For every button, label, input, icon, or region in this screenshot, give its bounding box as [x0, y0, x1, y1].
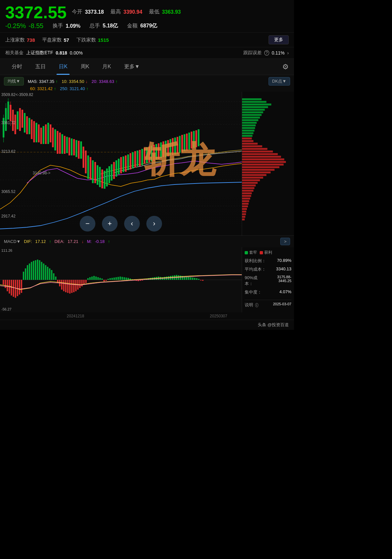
svg-rect-156 [23, 272, 24, 280]
svg-rect-140 [242, 211, 246, 213]
change-val: -8.55 [28, 22, 43, 30]
svg-rect-66 [130, 153, 131, 169]
price-label-mid2: 3213.62 [1, 149, 15, 154]
svg-rect-81 [165, 141, 167, 157]
svg-rect-132 [242, 190, 253, 192]
svg-rect-99 [242, 104, 271, 105]
svg-rect-133 [242, 192, 252, 194]
svg-rect-87 [179, 136, 181, 153]
change-pct: -0.25% [5, 22, 26, 30]
ma60-value: 3321.42 [37, 86, 53, 91]
trap-legend: 套牢 [245, 250, 257, 255]
more-button[interactable]: 更多 [269, 35, 289, 44]
svg-rect-138 [242, 205, 248, 207]
svg-rect-115 [242, 145, 262, 147]
svg-rect-19 [19, 108, 21, 131]
zoom-in-button[interactable]: + [102, 216, 118, 232]
svg-rect-85 [174, 137, 176, 154]
tab-bar: 分时 五日 日K 周K 月K 更多▼ ⚙ [0, 59, 294, 75]
svg-rect-71 [141, 149, 143, 165]
svg-rect-206 [123, 277, 125, 280]
svg-rect-21 [24, 113, 25, 133]
svg-rect-152 [15, 280, 16, 298]
svg-rect-46 [83, 147, 84, 168]
date-label-2: 20250307 [210, 314, 227, 318]
svg-rect-22 [26, 116, 28, 134]
tab-fenshi[interactable]: 分时 [5, 59, 29, 75]
svg-rect-82 [167, 140, 169, 156]
svg-rect-176 [63, 280, 64, 291]
svg-rect-37 [61, 134, 63, 154]
svg-rect-242 [196, 278, 197, 280]
svg-rect-105 [242, 119, 258, 121]
high-value: 3390.94 [123, 9, 142, 15]
svg-rect-185 [81, 280, 83, 286]
tab-more[interactable]: 更多▼ [118, 59, 146, 75]
svg-rect-219 [150, 278, 151, 280]
avg-cost-key: 平均成本： [245, 266, 266, 272]
svg-rect-201 [113, 278, 115, 280]
svg-rect-239 [190, 277, 191, 280]
svg-rect-41 [71, 138, 73, 155]
svg-rect-26 [36, 123, 37, 142]
svg-rect-106 [242, 122, 257, 124]
tab-dayk[interactable]: 日K [52, 59, 74, 75]
tab-five-day[interactable]: 五日 [29, 59, 52, 75]
price-label-mid4: 3065.52 [1, 189, 15, 194]
svg-rect-165 [41, 262, 42, 280]
macd-label[interactable]: MACD▼ [4, 239, 21, 244]
scroll-right-button[interactable]: › [146, 216, 162, 232]
ma5-dir: ↑ [56, 79, 58, 84]
date-bar: 20241218 20250307 [0, 312, 294, 320]
candlestick-chart[interactable]: 3509.82<-3509.82 3361.72 3213.62 3140.98… [0, 92, 242, 235]
svg-rect-198 [107, 279, 109, 280]
svg-rect-90 [186, 134, 188, 151]
ma60-label: 60: [30, 86, 36, 91]
svg-rect-111 [242, 135, 253, 137]
cost90-value: 3175.88-3445.25 [265, 275, 291, 287]
svg-rect-88 [181, 135, 183, 152]
svg-rect-39 [66, 137, 68, 153]
up-count-label: 上涨家数 [5, 37, 25, 43]
svg-rect-146 [3, 280, 4, 285]
svg-rect-33 [52, 128, 54, 147]
cost90-key: 90%成本： [245, 275, 265, 287]
gear-icon[interactable]: ⚙ [282, 63, 289, 71]
svg-rect-112 [242, 137, 252, 139]
svg-rect-73 [146, 147, 148, 163]
svg-rect-45 [80, 141, 82, 159]
svg-rect-118 [242, 153, 278, 155]
svg-rect-18 [17, 111, 18, 129]
svg-rect-20 [22, 110, 23, 128]
tab-weekk[interactable]: 周K [74, 59, 96, 75]
chart-controls: − + ‹ › [0, 216, 242, 232]
macd-m-label: M: [87, 239, 91, 244]
svg-rect-208 [128, 278, 129, 280]
flat-count-value: 57 [64, 37, 69, 43]
svg-rect-54 [101, 169, 103, 188]
volume-profile-svg [242, 92, 294, 235]
macd-dif-value: 17.12 [35, 239, 46, 244]
svg-rect-123 [242, 166, 279, 168]
svg-rect-13 [10, 105, 11, 121]
svg-rect-35 [57, 131, 58, 154]
svg-rect-27 [38, 124, 40, 142]
svg-rect-86 [177, 137, 178, 154]
svg-rect-142 [242, 216, 245, 218]
svg-rect-120 [242, 158, 284, 160]
svg-rect-234 [180, 276, 181, 280]
svg-rect-244 [200, 280, 202, 280]
scroll-left-button[interactable]: ‹ [124, 216, 140, 232]
expand-button[interactable]: > [280, 238, 290, 245]
svg-rect-72 [144, 148, 145, 164]
tab-monthk[interactable]: 月K [96, 59, 118, 75]
svg-rect-139 [242, 208, 247, 210]
dk-button[interactable]: DK点▼ [269, 77, 290, 86]
svg-rect-172 [55, 277, 57, 280]
svg-rect-191 [93, 276, 95, 280]
moving-avg-button[interactable]: 均线▼ [4, 77, 24, 86]
zoom-out-button[interactable]: − [80, 216, 95, 232]
svg-rect-181 [73, 280, 74, 292]
low-value: 3363.93 [162, 9, 181, 15]
svg-rect-143 [242, 218, 245, 220]
